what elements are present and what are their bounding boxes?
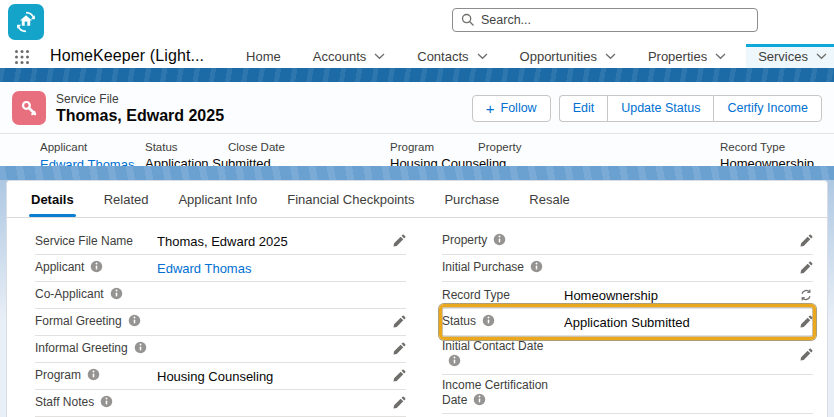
nav-tab-label: Services: [758, 49, 808, 64]
record-tab-label: Financial Checkpoints: [287, 192, 414, 207]
edit-pencil-icon[interactable]: [795, 348, 813, 362]
detail-field-row: Program Housing Counseling: [35, 363, 406, 390]
details-card: Details Related Applicant Info Financial…: [6, 180, 828, 417]
nav-tab-label: Opportunities: [520, 49, 597, 64]
detail-field-row: Status Application Submitted: [442, 309, 813, 336]
global-search[interactable]: [452, 8, 758, 32]
homekeeper-logo[interactable]: [8, 4, 44, 40]
edit-pencil-icon[interactable]: [388, 396, 406, 410]
nav-tab[interactable]: Home: [234, 44, 293, 68]
info-icon[interactable]: [473, 393, 486, 410]
chevron-down-icon: [715, 53, 726, 60]
record-header-top: Service File Thomas, Edward 2025 + Follo…: [0, 82, 834, 126]
app-launcher-icon[interactable]: [14, 46, 34, 68]
record-tab[interactable]: Details: [31, 181, 74, 217]
details-wrapper: Details Related Applicant Info Financial…: [0, 180, 834, 417]
edit-pencil-icon[interactable]: [388, 342, 406, 356]
nav-tab[interactable]: Accounts: [301, 44, 397, 68]
chevron-down-icon: [477, 53, 488, 60]
edit-pencil-icon[interactable]: [388, 369, 406, 383]
detail-field-label: Staff Notes: [35, 395, 157, 412]
screen: HomeKeeper (Light... Home Accounts: [0, 0, 834, 417]
nav-tab-label: Home: [246, 49, 281, 64]
detail-field-value: Application Submitted: [564, 314, 795, 331]
detail-field-row: Record Type Homeownership: [442, 282, 813, 309]
detail-field-row: Co-Applicant: [35, 282, 406, 309]
record-tab-label: Purchase: [444, 192, 499, 207]
detail-field-value[interactable]: Edward Thomas: [157, 260, 406, 277]
detail-field-value: Thomas, Edward 2025: [157, 233, 388, 250]
info-icon[interactable]: [482, 314, 495, 331]
detail-field-row: Applicant Edward Thomas: [35, 255, 406, 282]
detail-field-label: Status: [442, 314, 564, 331]
nav-tab-label: Accounts: [313, 49, 366, 64]
detail-field-row: Income Certification Date: [442, 375, 813, 414]
info-icon[interactable]: [530, 260, 543, 277]
chevron-down-icon: [816, 53, 827, 60]
record-tab[interactable]: Applicant Info: [178, 181, 257, 217]
record-tab[interactable]: Purchase: [444, 181, 499, 217]
record-title: Thomas, Edward 2025: [56, 106, 472, 125]
certify-income-button[interactable]: Certify Income: [713, 95, 822, 122]
detail-field-label: Initial Purchase: [442, 260, 564, 277]
summary-field-label: Status: [145, 140, 218, 155]
edit-pencil-icon[interactable]: [795, 234, 813, 248]
record-tab[interactable]: Financial Checkpoints: [287, 181, 414, 217]
nav-tabs: Home Accounts Contacts: [234, 44, 834, 68]
detail-field-value: Homeownership: [564, 287, 795, 304]
summary-field-label: Program: [390, 140, 468, 155]
service-file-icon: [12, 91, 46, 125]
info-icon[interactable]: [110, 287, 123, 304]
search-icon: [461, 13, 475, 27]
entity-label: Service File: [56, 92, 472, 106]
info-icon[interactable]: [90, 260, 103, 277]
plus-icon: +: [486, 101, 495, 116]
search-input[interactable]: [481, 13, 749, 27]
info-icon[interactable]: [134, 341, 147, 358]
detail-field-row: Initial Contact Date: [442, 336, 813, 375]
follow-button[interactable]: + Follow: [472, 95, 551, 122]
info-icon[interactable]: [128, 314, 141, 331]
detail-field-row: Property: [442, 228, 813, 255]
record-tab[interactable]: Related: [104, 181, 149, 217]
record-tab-label: Applicant Info: [178, 192, 257, 207]
edit-button[interactable]: Edit: [559, 95, 608, 122]
info-icon[interactable]: [87, 368, 100, 385]
nav-tab[interactable]: Opportunities: [508, 44, 628, 68]
info-icon[interactable]: [448, 354, 461, 371]
change-record-type-icon[interactable]: [795, 288, 813, 302]
details-right-column: Property Initial Purchase: [442, 228, 813, 417]
detail-field-label: Service File Name: [35, 234, 157, 249]
follow-label: Follow: [501, 101, 537, 115]
edit-pencil-icon[interactable]: [388, 315, 406, 329]
nav-tab-label: Properties: [648, 49, 707, 64]
global-header: [0, 0, 834, 44]
record-tab[interactable]: Resale: [529, 181, 569, 217]
summary-field-label: Property: [478, 140, 710, 155]
navigation-bar: HomeKeeper (Light... Home Accounts: [0, 44, 834, 68]
record-tab-label: Details: [31, 192, 74, 207]
nav-tab[interactable]: Properties: [636, 44, 738, 68]
detail-field-label: Initial Contact Date: [442, 339, 564, 371]
detail-field-row: Staff Notes: [35, 390, 406, 417]
detail-field-label: Formal Greeting: [35, 314, 157, 331]
detail-field-label: Informal Greeting: [35, 341, 157, 358]
info-icon[interactable]: [100, 395, 113, 412]
record-tab-label: Related: [104, 192, 149, 207]
nav-tab[interactable]: Contacts: [405, 44, 499, 68]
detail-field-row: Informal Greeting: [35, 336, 406, 363]
record-title-block: Service File Thomas, Edward 2025: [56, 92, 472, 125]
nav-tab[interactable]: Services: [746, 44, 834, 68]
app-name[interactable]: HomeKeeper (Light...: [50, 44, 204, 68]
edit-pencil-icon[interactable]: [795, 315, 813, 329]
detail-field-label: Program: [35, 368, 157, 385]
info-icon[interactable]: [493, 233, 506, 250]
edit-pencil-icon[interactable]: [388, 234, 406, 248]
record-header: Service File Thomas, Edward 2025 + Follo…: [0, 82, 834, 166]
record-actions: + Follow Edit Update Status Certify Inco…: [472, 95, 822, 122]
detail-field-label: Property: [442, 233, 564, 250]
record-tab-label: Resale: [529, 192, 569, 207]
house-recycle-icon: [13, 9, 39, 35]
edit-pencil-icon[interactable]: [795, 261, 813, 275]
update-status-button[interactable]: Update Status: [607, 95, 713, 122]
